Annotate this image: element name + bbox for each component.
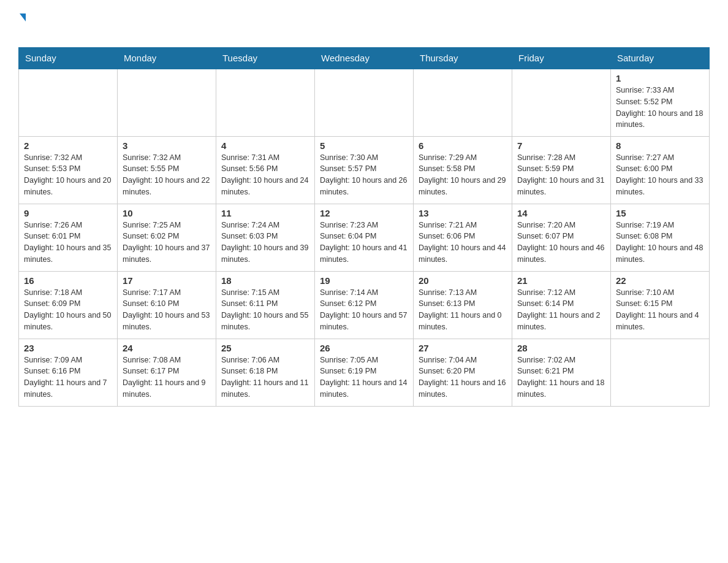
day-info: Sunrise: 7:08 AMSunset: 6:17 PMDaylight:… [123,354,211,400]
day-info: Sunrise: 7:06 AMSunset: 6:18 PMDaylight:… [221,354,309,400]
weekday-header-sunday: Sunday [19,48,118,69]
day-number: 19 [320,275,408,286]
calendar-cell: 28Sunrise: 7:02 AMSunset: 6:21 PMDayligh… [512,339,611,406]
day-number: 20 [419,275,507,286]
day-number: 28 [517,343,605,353]
calendar-cell: 4Sunrise: 7:31 AMSunset: 5:56 PMDaylight… [216,136,315,204]
day-number: 4 [221,140,309,151]
calendar-cell: 26Sunrise: 7:05 AMSunset: 6:19 PMDayligh… [315,339,414,406]
day-number: 3 [123,140,211,151]
weekday-header-tuesday: Tuesday [216,48,315,69]
calendar-cell: 20Sunrise: 7:13 AMSunset: 6:13 PMDayligh… [414,271,512,339]
calendar-cell [512,69,611,136]
day-info: Sunrise: 7:32 AMSunset: 5:55 PMDaylight:… [123,152,211,198]
day-number: 23 [24,343,112,353]
weekday-header-friday: Friday [512,48,611,69]
calendar-cell: 17Sunrise: 7:17 AMSunset: 6:10 PMDayligh… [118,271,216,339]
calendar-cell [414,69,512,136]
calendar-cell: 23Sunrise: 7:09 AMSunset: 6:16 PMDayligh… [19,339,118,406]
day-number: 1 [616,73,704,83]
day-number: 12 [320,208,408,218]
day-info: Sunrise: 7:28 AMSunset: 5:59 PMDaylight:… [517,152,605,198]
day-number: 21 [517,275,605,286]
week-row-1: 1Sunrise: 7:33 AMSunset: 5:52 PMDaylight… [19,69,710,136]
day-info: Sunrise: 7:18 AMSunset: 6:09 PMDaylight:… [24,287,112,333]
day-info: Sunrise: 7:27 AMSunset: 6:00 PMDaylight:… [616,152,704,198]
calendar-cell: 14Sunrise: 7:20 AMSunset: 6:07 PMDayligh… [512,204,611,271]
calendar-cell: 13Sunrise: 7:21 AMSunset: 6:06 PMDayligh… [414,204,512,271]
day-number: 18 [221,275,309,286]
day-info: Sunrise: 7:12 AMSunset: 6:14 PMDaylight:… [517,287,605,333]
calendar-cell: 3Sunrise: 7:32 AMSunset: 5:55 PMDaylight… [118,136,216,204]
day-info: Sunrise: 7:10 AMSunset: 6:15 PMDaylight:… [616,287,704,333]
day-info: Sunrise: 7:20 AMSunset: 6:07 PMDaylight:… [517,220,605,266]
day-info: Sunrise: 7:32 AMSunset: 5:53 PMDaylight:… [24,152,112,198]
calendar-cell: 11Sunrise: 7:24 AMSunset: 6:03 PMDayligh… [216,204,315,271]
day-number: 27 [419,343,507,353]
calendar-cell: 8Sunrise: 7:27 AMSunset: 6:00 PMDaylight… [611,136,710,204]
day-number: 24 [123,343,211,353]
calendar-cell: 2Sunrise: 7:32 AMSunset: 5:53 PMDaylight… [19,136,118,204]
calendar-cell: 9Sunrise: 7:26 AMSunset: 6:01 PMDaylight… [19,204,118,271]
day-number: 9 [24,208,112,218]
weekday-header-row: SundayMondayTuesdayWednesdayThursdayFrid… [19,48,710,69]
day-info: Sunrise: 7:31 AMSunset: 5:56 PMDaylight:… [221,152,309,198]
calendar-cell: 1Sunrise: 7:33 AMSunset: 5:52 PMDaylight… [611,69,710,136]
day-number: 11 [221,208,309,218]
calendar-cell: 12Sunrise: 7:23 AMSunset: 6:04 PMDayligh… [315,204,414,271]
calendar-cell [611,339,710,406]
calendar-cell: 16Sunrise: 7:18 AMSunset: 6:09 PMDayligh… [19,271,118,339]
day-info: Sunrise: 7:29 AMSunset: 5:58 PMDaylight:… [419,152,507,198]
page-header [18,12,710,37]
logo [18,12,26,37]
day-number: 22 [616,275,704,286]
day-number: 16 [24,275,112,286]
calendar-cell: 27Sunrise: 7:04 AMSunset: 6:20 PMDayligh… [414,339,512,406]
calendar-cell [216,69,315,136]
calendar-cell: 21Sunrise: 7:12 AMSunset: 6:14 PMDayligh… [512,271,611,339]
logo-arrow-icon [20,13,26,21]
day-number: 2 [24,140,112,151]
day-info: Sunrise: 7:02 AMSunset: 6:21 PMDaylight:… [517,354,605,400]
day-number: 5 [320,140,408,151]
calendar-cell [118,69,216,136]
day-info: Sunrise: 7:21 AMSunset: 6:06 PMDaylight:… [419,220,507,266]
day-info: Sunrise: 7:14 AMSunset: 6:12 PMDaylight:… [320,287,408,333]
day-info: Sunrise: 7:26 AMSunset: 6:01 PMDaylight:… [24,220,112,266]
day-info: Sunrise: 7:05 AMSunset: 6:19 PMDaylight:… [320,354,408,400]
day-info: Sunrise: 7:33 AMSunset: 5:52 PMDaylight:… [616,85,704,131]
day-info: Sunrise: 7:09 AMSunset: 6:16 PMDaylight:… [24,354,112,400]
weekday-header-monday: Monday [118,48,216,69]
calendar-cell: 6Sunrise: 7:29 AMSunset: 5:58 PMDaylight… [414,136,512,204]
week-row-3: 9Sunrise: 7:26 AMSunset: 6:01 PMDaylight… [19,204,710,271]
day-info: Sunrise: 7:15 AMSunset: 6:11 PMDaylight:… [221,287,309,333]
day-info: Sunrise: 7:23 AMSunset: 6:04 PMDaylight:… [320,220,408,266]
calendar-cell: 24Sunrise: 7:08 AMSunset: 6:17 PMDayligh… [118,339,216,406]
day-number: 8 [616,140,704,151]
calendar-cell [315,69,414,136]
calendar-table: SundayMondayTuesdayWednesdayThursdayFrid… [18,47,710,407]
day-number: 13 [419,208,507,218]
calendar-cell: 15Sunrise: 7:19 AMSunset: 6:08 PMDayligh… [611,204,710,271]
calendar-cell: 10Sunrise: 7:25 AMSunset: 6:02 PMDayligh… [118,204,216,271]
week-row-4: 16Sunrise: 7:18 AMSunset: 6:09 PMDayligh… [19,271,710,339]
day-info: Sunrise: 7:17 AMSunset: 6:10 PMDaylight:… [123,287,211,333]
week-row-2: 2Sunrise: 7:32 AMSunset: 5:53 PMDaylight… [19,136,710,204]
day-info: Sunrise: 7:19 AMSunset: 6:08 PMDaylight:… [616,220,704,266]
day-number: 6 [419,140,507,151]
weekday-header-saturday: Saturday [611,48,710,69]
weekday-header-wednesday: Wednesday [315,48,414,69]
day-info: Sunrise: 7:04 AMSunset: 6:20 PMDaylight:… [419,354,507,400]
calendar-cell: 18Sunrise: 7:15 AMSunset: 6:11 PMDayligh… [216,271,315,339]
calendar-cell: 22Sunrise: 7:10 AMSunset: 6:15 PMDayligh… [611,271,710,339]
day-info: Sunrise: 7:13 AMSunset: 6:13 PMDaylight:… [419,287,507,333]
day-info: Sunrise: 7:24 AMSunset: 6:03 PMDaylight:… [221,220,309,266]
calendar-cell: 25Sunrise: 7:06 AMSunset: 6:18 PMDayligh… [216,339,315,406]
day-number: 25 [221,343,309,353]
day-info: Sunrise: 7:25 AMSunset: 6:02 PMDaylight:… [123,220,211,266]
calendar-cell: 7Sunrise: 7:28 AMSunset: 5:59 PMDaylight… [512,136,611,204]
weekday-header-thursday: Thursday [414,48,512,69]
day-number: 26 [320,343,408,353]
day-number: 7 [517,140,605,151]
day-info: Sunrise: 7:30 AMSunset: 5:57 PMDaylight:… [320,152,408,198]
